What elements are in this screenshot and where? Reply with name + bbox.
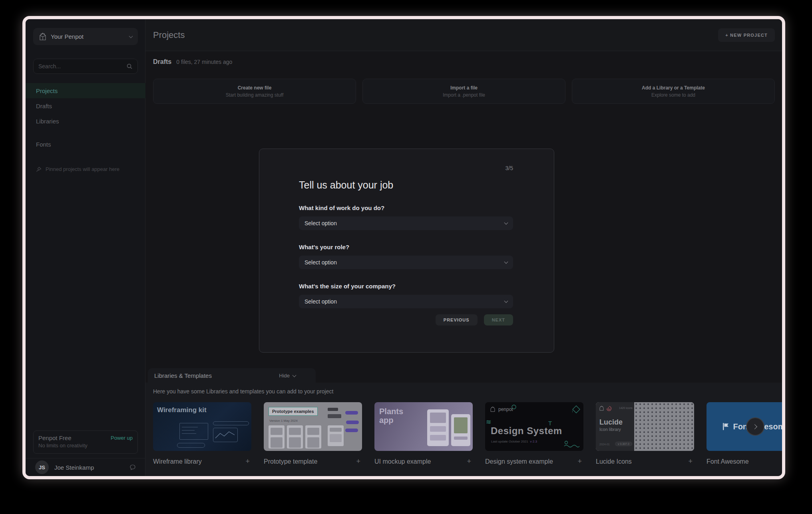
template-thumbnail[interactable]: Plants app xyxy=(374,402,473,451)
topbar: Projects + NEW PROJECT xyxy=(145,19,782,51)
sidebar-item-drafts[interactable]: Drafts xyxy=(26,98,145,113)
template-card-font-awesome[interactable]: Font Awesome Font Awesome + xyxy=(707,402,782,466)
add-library-card[interactable]: Add a Library or a Template Explore some… xyxy=(572,79,775,104)
thumb-date: 2024-01 xyxy=(599,443,610,446)
zigzag-accent: ≋ xyxy=(486,418,490,426)
feedback-chat-icon[interactable] xyxy=(129,464,136,470)
onboarding-modal: 3/5 Tell us about your job What kind of … xyxy=(259,149,554,353)
plan-name: Penpot Free xyxy=(38,435,72,441)
thumb-title: Design System xyxy=(491,425,562,437)
libraries-panel-title: Libraries & Templates xyxy=(154,372,279,379)
template-card-prototype-template[interactable]: Prototype examples Version 1 May 2024 xyxy=(264,402,362,466)
card-subtitle: Import a .penpot file xyxy=(443,92,485,98)
chevron-down-icon xyxy=(504,260,508,264)
add-template-button[interactable]: + xyxy=(467,457,473,466)
team-selector[interactable]: Your Penpot xyxy=(33,28,138,45)
libraries-panel: Here you have some Libraries and templat… xyxy=(145,383,782,476)
drafts-header: Drafts 0 files, 27 minutes ago xyxy=(153,58,232,65)
add-template-button[interactable]: + xyxy=(245,457,251,466)
thumb-version: v 2.3 xyxy=(530,440,537,443)
pinned-hint-label: Pinned projects will appear here xyxy=(46,166,119,172)
plan-tagline: No limits on creativity xyxy=(38,443,133,449)
template-thumbnail[interactable]: penpot Design System Last update October… xyxy=(485,402,583,451)
power-up-link[interactable]: Power up xyxy=(111,435,133,441)
role-select[interactable]: Select option xyxy=(299,256,513,269)
thumb-icon-count: 1420 icons xyxy=(619,407,633,409)
template-card-lucide-icons[interactable]: 1420 icons Lucide Icon library 2024-01 v… xyxy=(596,402,694,466)
template-thumbnail[interactable]: Wireframing kit xyxy=(153,402,251,451)
sidebar-item-fonts[interactable]: Fonts xyxy=(26,137,145,152)
search-input[interactable] xyxy=(38,63,126,69)
thumb-version: v 0.307.0 xyxy=(615,442,632,446)
sidebar-item-projects[interactable]: Projects xyxy=(26,83,145,98)
diamond-accent xyxy=(572,405,580,413)
plan-box: Penpot Free Power up No limits on creati… xyxy=(33,431,138,454)
thumb-subtitle: Version 1 May 2024 xyxy=(269,419,298,423)
drafts-section-title[interactable]: Drafts xyxy=(153,58,171,65)
template-name: Prototype template xyxy=(264,458,356,465)
icon-grid-texture xyxy=(634,402,694,451)
drafts-action-cards: Create new file Start building amazing s… xyxy=(153,79,775,104)
card-title: Add a Library or a Template xyxy=(642,85,705,91)
thumb-title: Lucide xyxy=(599,418,623,427)
team-name: Your Penpot xyxy=(51,33,129,40)
app-window: Your Penpot Projects Drafts Libraries Fo… xyxy=(22,16,785,479)
thumb-subtitle: Last update October 2021 xyxy=(491,440,528,443)
user-menu[interactable]: JS Joe Steinkamp xyxy=(26,458,145,476)
penpot-logo-icon xyxy=(490,406,496,413)
chevron-down-icon xyxy=(504,221,508,225)
pin-icon xyxy=(36,167,42,172)
wave-accent xyxy=(563,441,579,448)
circle-accent xyxy=(511,405,516,409)
search-box[interactable] xyxy=(33,59,138,74)
card-subtitle: Start building amazing stuff xyxy=(226,92,284,98)
add-template-button[interactable]: + xyxy=(688,457,694,466)
add-template-button[interactable]: + xyxy=(577,457,583,466)
drafts-meta: 0 files, 27 minutes ago xyxy=(176,59,232,65)
template-name: UI mockup example xyxy=(374,458,467,465)
template-name: Wireframe library xyxy=(153,458,245,465)
page-title: Projects xyxy=(153,30,718,40)
template-card-ui-mockup-example[interactable]: Plants app UI mockup example + xyxy=(374,402,473,466)
template-thumbnail[interactable]: Prototype examples Version 1 May 2024 xyxy=(264,402,362,451)
modal-title: Tell us about your job xyxy=(299,179,513,191)
avatar[interactable]: JS xyxy=(35,460,49,474)
create-new-file-card[interactable]: Create new file Start building amazing s… xyxy=(153,79,356,104)
template-cards-row: Wireframing kit Wireframe library xyxy=(153,402,782,466)
search-icon xyxy=(126,63,133,69)
flag-icon xyxy=(722,423,730,431)
template-card-design-system-example[interactable]: penpot Design System Last update October… xyxy=(485,402,583,466)
select-value: Select option xyxy=(304,259,505,266)
step-indicator: 3/5 xyxy=(299,165,513,171)
template-thumbnail[interactable]: Font Awesome xyxy=(707,402,782,451)
card-subtitle: Explore some to add xyxy=(651,92,695,98)
carousel-next-button[interactable] xyxy=(746,417,764,436)
select-value: Select option xyxy=(304,298,505,305)
new-project-button[interactable]: + NEW PROJECT xyxy=(718,28,775,42)
question-label-company-size: What's the size of your company? xyxy=(299,283,513,290)
card-title: Create new file xyxy=(238,85,272,91)
previous-button[interactable]: PREVIOUS xyxy=(436,314,478,325)
libraries-panel-subtitle: Here you have some Libraries and templat… xyxy=(153,388,333,395)
add-template-button[interactable]: + xyxy=(356,457,362,466)
question-label-role: What's your role? xyxy=(299,244,513,250)
next-button[interactable]: NEXT xyxy=(484,314,513,325)
hide-label: Hide xyxy=(279,373,290,379)
template-card-wireframe-library[interactable]: Wireframing kit Wireframe library xyxy=(153,402,251,466)
sidebar-nav: Projects Drafts Libraries xyxy=(26,83,145,129)
company-size-select[interactable]: Select option xyxy=(299,295,513,308)
sidebar-item-libraries[interactable]: Libraries xyxy=(26,113,145,129)
user-name: Joe Steinkamp xyxy=(54,464,129,471)
penpot-logo-icon xyxy=(39,32,47,41)
import-file-card[interactable]: Import a file Import a .penpot file xyxy=(362,79,565,104)
thumb-subtitle: Icon library xyxy=(599,427,621,432)
hide-panel-toggle[interactable]: Hide xyxy=(279,373,296,379)
thumb-title: Plants app xyxy=(379,407,419,425)
question-label-work: What kind of work do you do? xyxy=(299,204,513,211)
template-name: Design system example xyxy=(485,458,577,465)
thumb-brand: penpot xyxy=(498,407,513,412)
work-type-select[interactable]: Select option xyxy=(299,216,513,230)
template-thumbnail[interactable]: 1420 icons Lucide Icon library 2024-01 v… xyxy=(596,402,694,451)
chevron-right-icon xyxy=(752,424,757,429)
penpot-logo-icon xyxy=(599,405,604,411)
